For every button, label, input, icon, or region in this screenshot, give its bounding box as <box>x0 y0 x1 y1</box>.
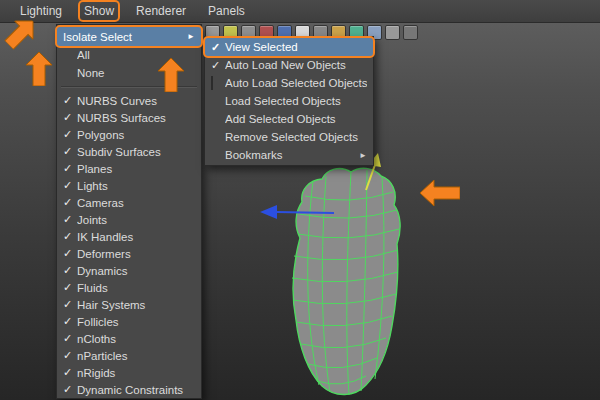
toolbar-icon-11[interactable] <box>385 25 400 40</box>
show-menu-checkbox-item[interactable]: ✓ Planes <box>57 160 201 177</box>
checkmark-icon: ✓ <box>63 333 77 344</box>
show-menu-checkbox-item[interactable]: ✓ Cameras <box>57 194 201 211</box>
show-menu-checkbox-item[interactable]: ✓ Joints <box>57 211 201 228</box>
checkmark-icon: ✓ <box>63 231 77 242</box>
unchecked-box-icon <box>211 78 225 89</box>
checkmark-icon: ✓ <box>63 384 77 395</box>
show-menu-checkbox-list: ✓ NURBS Curves ✓ NURBS Surfaces ✓ Polygo… <box>57 92 201 398</box>
show-menu-checkbox-item[interactable]: ✓ Lights <box>57 177 201 194</box>
manipulator-x-arrow-icon <box>260 205 277 219</box>
show-menu-checkbox-item[interactable]: ✓ Follicles <box>57 313 201 330</box>
submenu-item-bookmarks[interactable]: Bookmarks ► <box>205 146 373 164</box>
checkmark-icon: ✓ <box>63 350 77 361</box>
submenu-item-view-selected[interactable]: ✓ View Selected <box>205 38 373 56</box>
show-menu-checkbox-item[interactable]: ✓ Dynamics <box>57 262 201 279</box>
show-menu-checkbox-item[interactable]: ✓ Hair Systems <box>57 296 201 313</box>
checkmark-icon: ✓ <box>63 112 77 123</box>
show-menu-checkbox-item[interactable]: ✓ Dynamic Constraints <box>57 381 201 398</box>
menu-show[interactable]: Show <box>80 2 118 20</box>
checkmark-icon: ✓ <box>211 42 225 53</box>
submenu-item-remove-selected[interactable]: Remove Selected Objects <box>205 128 373 146</box>
show-menu-checkbox-item[interactable]: ✓ nCloths <box>57 330 201 347</box>
show-menu-checkbox-item[interactable]: ✓ Subdiv Surfaces <box>57 143 201 160</box>
show-menu-checkbox-item[interactable]: ✓ nParticles <box>57 347 201 364</box>
show-menu-checkbox-item[interactable]: ✓ NURBS Curves <box>57 92 201 109</box>
show-menu-checkbox-item[interactable]: ✓ NURBS Surfaces <box>57 109 201 126</box>
show-menu-checkbox-item[interactable]: ✓ IK Handles <box>57 228 201 245</box>
checkmark-icon: ✓ <box>63 214 77 225</box>
toolbar-icon-12[interactable] <box>403 25 418 40</box>
show-menu-checkbox-item[interactable]: ✓ nRigids <box>57 364 201 381</box>
show-menu-checkbox-item[interactable]: ✓ Fluids <box>57 279 201 296</box>
submenu-arrow-icon: ► <box>181 32 195 41</box>
show-menu-checkbox-item[interactable]: ✓ Deformers <box>57 245 201 262</box>
submenu-arrow-icon: ► <box>353 151 367 160</box>
checkmark-icon: ✓ <box>63 282 77 293</box>
submenu-item-load-selected[interactable]: Load Selected Objects <box>205 92 373 110</box>
menu-renderer[interactable]: Renderer <box>132 2 190 20</box>
checkmark-icon: ✓ <box>63 146 77 157</box>
checkmark-icon: ✓ <box>211 60 225 71</box>
submenu-item-auto-load-new[interactable]: ✓ Auto Load New Objects <box>205 56 373 74</box>
show-menu: Isolate Select ► All None ✓ NURBS Curves… <box>56 24 202 399</box>
checkmark-icon: ✓ <box>63 367 77 378</box>
checkmark-icon: ✓ <box>63 299 77 310</box>
menu-item-all[interactable]: All <box>57 46 201 64</box>
menu-separator <box>61 86 197 88</box>
checkmark-icon: ✓ <box>63 180 77 191</box>
checkmark-icon: ✓ <box>63 197 77 208</box>
checkmark-icon: ✓ <box>63 129 77 140</box>
menu-lighting[interactable]: Lighting <box>16 2 66 20</box>
isolate-select-submenu: ✓ View Selected ✓ Auto Load New Objects … <box>204 36 374 166</box>
menu-item-isolate-select[interactable]: Isolate Select ► <box>57 27 201 46</box>
checkmark-icon: ✓ <box>63 265 77 276</box>
checkmark-icon: ✓ <box>63 163 77 174</box>
submenu-item-auto-load-selected[interactable]: Auto Load Selected Objects <box>205 74 373 92</box>
checkmark-icon: ✓ <box>63 95 77 106</box>
menu-item-none[interactable]: None <box>57 64 201 82</box>
checkmark-icon: ✓ <box>63 248 77 259</box>
menu-panels[interactable]: Panels <box>204 2 249 20</box>
checkmark-icon: ✓ <box>63 316 77 327</box>
panel-menu-bar: Lighting Show Renderer Panels <box>0 0 600 23</box>
maya-panel: Lighting Show Renderer Panels Isolate Se… <box>0 0 600 400</box>
submenu-item-add-selected[interactable]: Add Selected Objects <box>205 110 373 128</box>
show-menu-checkbox-item[interactable]: ✓ Polygons <box>57 126 201 143</box>
